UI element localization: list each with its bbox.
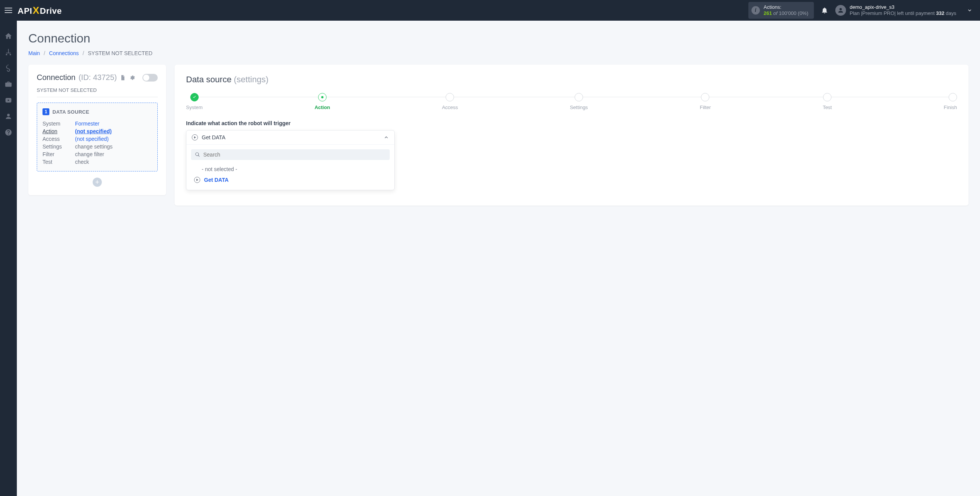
home-icon[interactable] [5, 32, 12, 40]
connection-card: Connection (ID: 43725) SYSTEM NOT SELECT… [28, 65, 166, 195]
step-dot-current [318, 93, 327, 101]
gear-icon[interactable] [129, 75, 135, 81]
step-dot-done [190, 93, 199, 101]
action-search[interactable] [191, 149, 390, 160]
chevron-down-icon [967, 8, 972, 13]
document-icon[interactable] [120, 75, 126, 81]
data-source-title: DATA SOURCE [52, 109, 89, 115]
logo[interactable]: API X Drive [18, 5, 62, 16]
crumb-current: SYSTEM NOT SELECTED [88, 50, 153, 56]
sitemap-icon[interactable] [5, 48, 12, 56]
actions-value: 261 of 100'000 (0%) [764, 10, 808, 16]
notifications-icon[interactable] [821, 7, 828, 14]
topbar: API X Drive i Actions: 261 of 100'000 (0… [0, 0, 980, 21]
logo-text-drive: Drive [40, 6, 62, 16]
connection-id: (ID: 43725) [78, 73, 117, 82]
action-search-input[interactable] [203, 152, 386, 158]
data-source-box: 1 DATA SOURCE System Formester Action (n… [37, 103, 158, 171]
action-dropdown: - not selected - Get DATA [186, 145, 394, 190]
help-icon[interactable] [5, 129, 12, 136]
action-select: Get DATA - not selected - Get DATA [186, 130, 395, 190]
ds-row-action[interactable]: Action (not specified) [42, 127, 152, 135]
search-icon [195, 152, 200, 157]
crumb-main[interactable]: Main [28, 50, 40, 56]
logo-text-x: X [33, 5, 39, 16]
youtube-icon[interactable] [5, 96, 12, 104]
menu-toggle[interactable] [5, 7, 12, 14]
ds-row-system[interactable]: System Formester [42, 120, 152, 127]
actions-usage[interactable]: i Actions: 261 of 100'000 (0%) [748, 2, 814, 18]
action-field-label: Indicate what action the robot will trig… [186, 120, 957, 126]
settings-title: Data source (settings) [186, 75, 957, 85]
ds-row-access[interactable]: Access (not specified) [42, 135, 152, 143]
avatar-icon [835, 5, 846, 16]
action-selected-value: Get DATA [202, 134, 380, 140]
play-icon [192, 134, 198, 140]
chevron-up-icon [384, 135, 389, 140]
user-menu[interactable]: demo_apix-drive_s3 Plan |Premium PRO| le… [835, 4, 976, 16]
actions-label: Actions: [764, 4, 808, 10]
main: Connection Main / Connections / SYSTEM N… [17, 21, 980, 216]
action-select-toggle[interactable]: Get DATA [186, 131, 394, 145]
ds-row-filter[interactable]: Filter change filter [42, 150, 152, 158]
sidebar [0, 21, 17, 216]
breadcrumb: Main / Connections / SYSTEM NOT SELECTED [28, 50, 969, 56]
data-source-number: 1 [42, 108, 49, 115]
connection-toggle[interactable] [142, 74, 158, 82]
logo-text-api: API [18, 6, 32, 16]
ds-row-test[interactable]: Test check [42, 158, 152, 166]
add-destination-button[interactable]: + [93, 178, 102, 187]
dollar-icon[interactable] [5, 64, 12, 72]
step-access[interactable]: Access [442, 93, 458, 110]
play-icon [194, 177, 200, 183]
wizard-stepper: System Action Access Settings Filter [186, 93, 957, 110]
ds-row-settings[interactable]: Settings change settings [42, 143, 152, 150]
username: demo_apix-drive_s3 [850, 4, 957, 10]
step-action[interactable]: Action [315, 93, 330, 110]
option-not-selected[interactable]: - not selected - [191, 164, 390, 175]
step-filter[interactable]: Filter [700, 93, 711, 110]
crumb-connections[interactable]: Connections [49, 50, 79, 56]
connection-subtitle: SYSTEM NOT SELECTED [37, 87, 158, 97]
info-icon: i [751, 6, 760, 15]
page-title: Connection [28, 31, 969, 46]
step-test[interactable]: Test [823, 93, 832, 110]
step-system[interactable]: System [186, 93, 203, 110]
step-finish[interactable]: Finish [944, 93, 957, 110]
user-icon[interactable] [5, 113, 12, 120]
connection-title: Connection [37, 73, 75, 82]
briefcase-icon[interactable] [5, 80, 12, 88]
step-settings[interactable]: Settings [570, 93, 588, 110]
data-source-settings-card: Data source (settings) System Action Acc… [175, 65, 969, 206]
option-get-data[interactable]: Get DATA [191, 175, 390, 185]
plan-line: Plan |Premium PRO| left until payment 33… [850, 10, 957, 16]
